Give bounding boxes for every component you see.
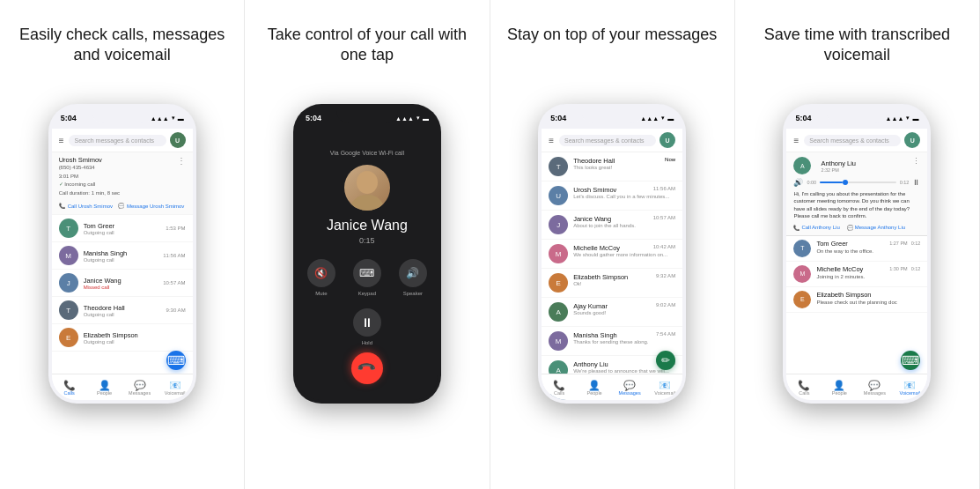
phone4-header: ≡ Search messages & contacts U [786,129,927,152]
nav-voicemail[interactable]: 📧 Voicemail [158,379,193,396]
speaker-btn[interactable]: 🔊 Speaker [399,259,427,296]
fab-dial[interactable]: ⌨ [166,351,186,370]
panel-messages: Stay on top of your messages 5:04 ▲▲▲ ▾ … [490,0,735,489]
menu-icon[interactable]: ≡ [549,136,554,145]
msg-avatar: T [549,157,568,176]
fab-voicemail-dial[interactable]: ⌨ [901,351,920,370]
msg-item-1[interactable]: U Urosh Smimov 11:56 AM Let's discuss. C… [542,182,682,211]
vm-item-1[interactable]: T Tom Greer 1:27 PM 0:12 On the way to t… [786,236,927,262]
fab-compose[interactable]: ✏ [656,351,675,370]
keypad-icon: ⌨ [353,259,381,287]
phone1-time: 5:04 [61,114,77,122]
nav-calls[interactable]: 📞 Calls [52,379,87,396]
search-bar-4[interactable]: Search messages & contacts [804,135,901,146]
bottom-nav-3: 📞 Calls 👤 People 💬 Messages 📧 Voicemail [542,374,682,400]
phone-4: 5:04 ▲▲▲ ▾ ▬ ≡ Search messages & contact… [783,104,931,404]
audio-track[interactable] [820,182,896,183]
vm-transcript: Hi, I'm calling you about the presentati… [793,190,920,222]
people-icon: 👤 [99,381,111,390]
nav-messages-3[interactable]: 💬 Messages [612,379,647,396]
call-item-1[interactable]: T Tom Greer Outgoing call 1:53 PM [52,215,193,242]
vm-content: Michelle McCoy 1:30 PM 0:12 Joining in 2… [816,265,920,280]
call-item-5[interactable]: E Elizabeth Simpson Outgoing call [52,324,193,352]
wifi-icon: ▾ [906,115,910,122]
panel4-title: Save time with transcribed voicemail [746,25,969,88]
vm-item-2[interactable]: M Michelle McCoy 1:30 PM 0:12 Joining in… [786,262,927,287]
vm-header: Elizabeth Simpson [816,291,920,299]
battery-icon: ▬ [423,115,429,122]
signal-icon: ▲▲▲ [151,115,169,122]
phone2-status-icons: ▲▲▲ ▾ ▬ [395,115,429,122]
nav-voicemail-4[interactable]: 📧 Voicemail [892,379,927,396]
phone-icon: 📞 [59,203,65,209]
msg-header: Manisha Singh 7:54 AM [573,331,675,339]
nav-people-4[interactable]: 👤 People [822,379,857,396]
menu-icon[interactable]: ≡ [793,136,799,145]
message-vm-btn[interactable]: 💬 Message Anthony Liu [847,225,905,231]
audio-scrubber[interactable] [843,180,848,185]
msg-item-4[interactable]: E Elizabeth Simpson 9:32 AM Ok! [542,269,682,298]
phone3-header: ≡ Search messages & contacts U [542,129,682,152]
panel2-title: Take control of your call with one tap [255,25,478,88]
nav-calls-4[interactable]: 📞 Calls [786,379,822,396]
wifi-icon: ▾ [416,115,420,122]
end-call-button[interactable]: 📞 [344,346,389,391]
nav-calls-3[interactable]: 📞 Calls [542,379,577,396]
msg-item-0[interactable]: T Theodore Hall Now This looks great! [542,152,682,182]
vm-name-block: Anthony Liu 2:32 PM [821,159,856,173]
msg-header: Urosh Smimov 11:56 AM [573,186,675,194]
hold-button[interactable]: ⏸ [353,308,381,337]
voicemail-icon: 📧 [659,381,671,390]
call-item-2[interactable]: M Manisha Singh Outgoing call 11:56 AM [52,242,193,270]
call-item-3[interactable]: J Janice Wang Missed call 10:57 AM [52,270,193,297]
panel1-title: Easily check calls, messages and voicema… [11,25,233,88]
msg-avatar: J [549,215,568,234]
user-avatar-4[interactable]: U [904,132,920,148]
call-button[interactable]: 📞 Call Urosh Smimov [59,203,113,209]
speaker-sm-icon[interactable]: 🔊 [793,178,803,187]
vm-header: Tom Greer 1:27 PM 0:12 [816,240,920,248]
msg-avatar: M [549,244,568,263]
msg-content: Manisha Singh 7:54 AM Thanks for sending… [573,331,675,345]
keypad-btn[interactable]: ⌨ Keypad [353,259,381,296]
vm-item-3[interactable]: E Elizabeth Simpson Please check out the… [786,287,927,313]
panel-calls: Easily check calls, messages and voicema… [0,0,245,489]
msg-item-2[interactable]: J Janice Wang 10:57 AM About to join the… [542,211,682,240]
phone1-notch [92,104,153,123]
vm-header: Michelle McCoy 1:30 PM 0:12 [816,265,920,273]
nav-messages[interactable]: 💬 Messages [122,379,158,396]
panel-voicemail: Save time with transcribed voicemail 5:0… [735,0,980,489]
phone1-screen: ≡ Search messages & contacts U Urosh Smi… [52,129,193,400]
voicemail-icon: 📧 [169,381,181,390]
more-options-icon[interactable]: ⋮ [912,157,920,166]
mute-btn[interactable]: 🔇 Mute [307,259,335,296]
battery-icon: ▬ [178,115,184,122]
phone-1: 5:04 ▲▲▲ ▾ ▬ ≡ Search messages & contact… [48,104,196,404]
nav-people[interactable]: 👤 People [87,379,122,396]
user-avatar-3[interactable]: U [659,132,675,148]
vm-expanded-header: A Anthony Liu 2:32 PM ⋮ [793,157,920,174]
msg-item-3[interactable]: M Michelle McCoy 10:42 AM We should gath… [542,240,682,269]
message-button[interactable]: 💬 Message Urosh Smimov [118,203,184,209]
via-label: Via Google Voice Wi-Fi call [330,150,404,156]
search-bar[interactable]: Search messages & contacts [69,135,166,146]
audio-player: 🔊 0:00 0:12 ⏸ [793,175,920,189]
user-avatar[interactable]: U [170,132,186,148]
vm-avatar: E [793,291,811,308]
nav-voicemail-3[interactable]: 📧 Voicemail [647,379,682,396]
call-avatar: E [59,328,78,347]
search-bar-3[interactable]: Search messages & contacts [559,135,656,146]
call-actions: 📞 Call Urosh Smimov 💬 Message Urosh Smim… [59,203,186,209]
nav-people-3[interactable]: 👤 People [577,379,612,396]
pause-btn[interactable]: ⏸ [912,178,920,187]
hold-label: Hold [362,340,372,345]
nav-messages-4[interactable]: 💬 Messages [857,379,892,396]
expanded-voicemail: A Anthony Liu 2:32 PM ⋮ 🔊 0:00 [786,152,927,236]
call-vm-btn[interactable]: 📞 Call Anthony Liu [793,225,839,231]
msg-item-5[interactable]: A Ajay Kumar 9:02 AM Sounds good! [542,298,682,327]
more-icon[interactable]: ⋮ [177,156,186,166]
call-item-4[interactable]: T Theodore Hall Outgoing call 9:30 AM [52,297,193,324]
battery-icon: ▬ [667,115,674,122]
menu-icon[interactable]: ≡ [59,136,64,145]
phone2-notch [336,104,398,123]
